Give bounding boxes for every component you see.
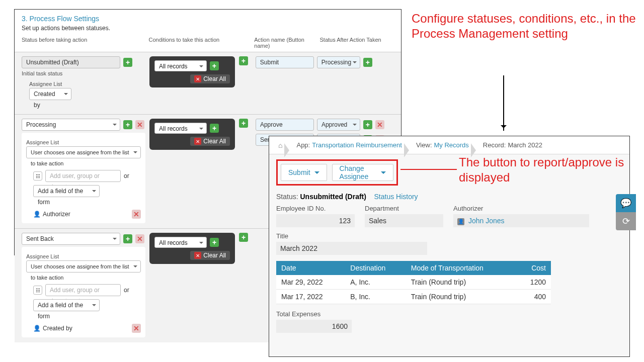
add-branch-button[interactable]: + <box>239 233 248 242</box>
title-label: Title <box>276 232 427 240</box>
delete-status-button[interactable]: ✕ <box>135 120 144 129</box>
add-action-button[interactable]: + <box>363 58 372 67</box>
add-status-button[interactable]: + <box>123 120 132 129</box>
authorizer-value: 👤 John Jones <box>453 214 589 227</box>
th-cost: Cost <box>516 261 551 275</box>
action-name-input[interactable]: Approve <box>256 119 314 131</box>
authorizer-link[interactable]: John Jones <box>468 217 505 225</box>
th-date: Date <box>276 261 345 275</box>
remove-assignee-button[interactable]: ✕ <box>132 210 141 219</box>
transactions-table: Date Destination Mode of Transportation … <box>276 261 551 304</box>
add-status-button[interactable]: + <box>123 234 132 243</box>
status-history-link[interactable]: Status History <box>374 193 418 201</box>
table-row: Mar 29, 2022 A, Inc. Train (Round trip) … <box>276 275 551 290</box>
annotation-arrow <box>503 75 504 131</box>
chevron-down-icon <box>314 171 319 176</box>
add-status-button[interactable]: + <box>123 58 132 67</box>
delete-status-button[interactable]: ✕ <box>135 234 144 243</box>
department-value: Sales <box>365 214 443 227</box>
title-value: March 2022 <box>276 242 427 255</box>
user-icon: 👤 <box>457 218 464 225</box>
assignee-list-label: Assignee List <box>29 81 145 87</box>
breadcrumb-record-label: Record: <box>483 141 506 149</box>
clear-all-button[interactable]: ✕Clear All <box>190 137 230 146</box>
breadcrumb-view-label: View: <box>416 141 432 149</box>
assignee-value: Created by <box>43 325 72 332</box>
header-conditions: Conditions to take this action <box>146 36 252 50</box>
annotation-connector <box>400 169 457 170</box>
assignee-select[interactable]: Created by <box>29 88 71 100</box>
condition-box: All records + ✕Clear All <box>149 233 235 264</box>
breadcrumb-app-label: App: <box>296 141 310 149</box>
flow-row-unsubmitted: Unsubmitted (Draft) + Initial task statu… <box>15 52 401 114</box>
sync-icon[interactable]: ⟳ <box>616 212 636 230</box>
status-label: Status: <box>276 193 298 201</box>
status-before-select[interactable]: Processing <box>22 119 120 131</box>
department-label: Department <box>365 205 443 212</box>
org-tree-icon[interactable]: ☷ <box>33 286 42 295</box>
add-condition-button[interactable]: + <box>210 238 219 247</box>
table-row: Mar 17, 2022 B, Inc. Train (Round trip) … <box>276 290 551 304</box>
breadcrumb-view-link[interactable]: My Records <box>434 141 469 149</box>
total-expenses-label: Total Expenses <box>276 310 352 318</box>
add-branch-button[interactable]: + <box>239 119 248 128</box>
user-icon: 👤 <box>33 325 41 332</box>
clear-all-button[interactable]: ✕Clear All <box>190 74 230 83</box>
total-expenses-value: 1600 <box>276 320 352 333</box>
status-before-value: Unsubmitted (Draft) <box>22 56 120 68</box>
breadcrumb: ⌂ App: Transportation Reimbursement View… <box>269 136 629 154</box>
th-mode: Mode of Transportation <box>406 261 517 275</box>
chat-icon[interactable]: 💬 <box>616 194 636 212</box>
or-label: or <box>124 172 129 179</box>
add-condition-button[interactable]: + <box>210 124 219 133</box>
assignee-mode-select[interactable]: User chooses one assignee from the list … <box>26 260 141 273</box>
or-label: or <box>124 287 129 294</box>
home-icon[interactable]: ⌂ <box>278 141 282 149</box>
condition-select[interactable]: All records <box>154 60 207 71</box>
add-user-input[interactable]: Add user, group or department <box>45 284 121 296</box>
change-assignee-button[interactable]: Change Assignee <box>332 164 393 181</box>
add-branch-button[interactable]: + <box>239 56 248 65</box>
condition-box: All records + ✕Clear All <box>149 56 235 87</box>
action-name-input[interactable]: Submit <box>256 56 314 68</box>
assignee-value: Authorizer <box>43 211 70 218</box>
settings-subtitle: Set up actions between statuses. <box>15 25 401 36</box>
add-action-button[interactable]: + <box>363 120 372 129</box>
record-action-buttons: Submit Change Assignee <box>276 159 398 186</box>
add-user-input[interactable]: Add user, group or department <box>45 170 121 182</box>
add-condition-button[interactable]: + <box>210 61 219 70</box>
condition-select[interactable]: All records <box>154 123 207 134</box>
annotation-configure: Configure statuses, conditions, etc., in… <box>412 11 644 41</box>
header-status-after: Status After Action Taken <box>318 36 396 50</box>
side-toolbar: 💬 ⟳ <box>616 194 636 230</box>
close-icon: ✕ <box>194 138 201 145</box>
delete-action-button[interactable]: ✕ <box>375 120 384 129</box>
settings-title: 3. Process Flow Settings <box>15 10 401 25</box>
close-icon: ✕ <box>194 252 201 259</box>
status-value: Unsubmitted (Draft) <box>300 193 366 201</box>
assignee-list-label: Assignee List <box>26 139 141 145</box>
user-icon: 👤 <box>33 211 41 218</box>
chevron-down-icon <box>381 171 386 176</box>
add-field-select[interactable]: Add a field of the form <box>33 185 100 197</box>
condition-select[interactable]: All records <box>154 237 207 248</box>
status-after-select[interactable]: Processing <box>317 56 360 68</box>
header-status-before: Status before taking action <box>20 36 146 50</box>
breadcrumb-record-value: March 2022 <box>508 141 542 149</box>
column-headers: Status before taking action Conditions t… <box>15 36 401 52</box>
employee-id-value: 123 <box>276 214 355 227</box>
clear-all-button[interactable]: ✕Clear All <box>190 251 230 260</box>
authorizer-label: Authorizer <box>453 205 589 212</box>
org-tree-icon[interactable]: ☷ <box>33 171 42 180</box>
status-after-select[interactable]: Approved <box>317 119 360 131</box>
annotation-button-displayed: The button to report/approve is displaye… <box>459 155 644 185</box>
status-before-select[interactable]: Sent Back <box>22 233 120 245</box>
initial-task-label: Initial task status <box>22 70 145 76</box>
submit-button[interactable]: Submit <box>281 164 327 181</box>
add-field-select[interactable]: Add a field of the form <box>33 299 100 311</box>
breadcrumb-app-link[interactable]: Transportation Reimbursement <box>312 141 402 149</box>
remove-assignee-button[interactable]: ✕ <box>132 324 141 333</box>
th-destination: Destination <box>345 261 406 275</box>
assignee-mode-select[interactable]: User chooses one assignee from the list … <box>26 146 141 158</box>
assignee-list-label: Assignee List <box>26 253 141 259</box>
